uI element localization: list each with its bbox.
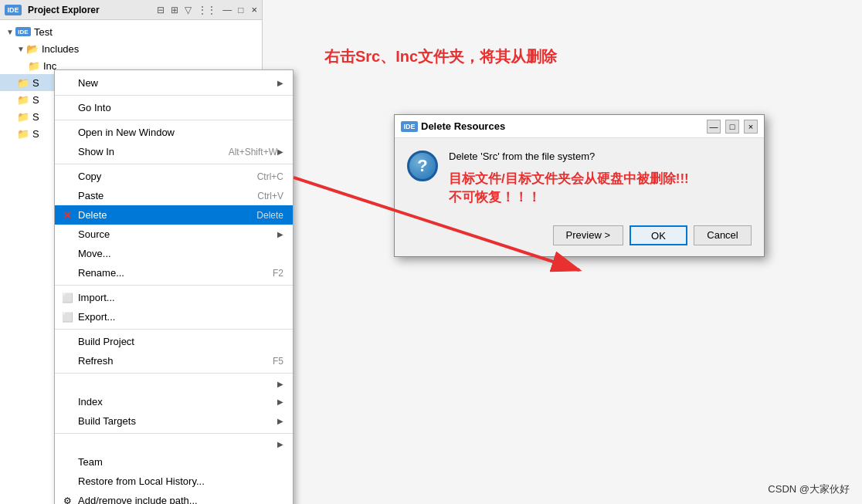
menu-label-add-remove-include: Restore from Local History... xyxy=(78,475,283,487)
menu-item-move[interactable]: Move... xyxy=(55,244,293,263)
explorer-title: Project Explorer xyxy=(28,5,152,15)
menu-label-go-into: Go Into xyxy=(78,102,283,113)
submenu-arrow-index: ▶ xyxy=(277,380,283,388)
minimize-icon[interactable]: — xyxy=(221,4,233,16)
menu-separator-6 xyxy=(55,373,293,374)
tree-item-test[interactable]: ▼ IDE Test xyxy=(0,23,262,40)
menu-shortcut-paste: Ctrl+V xyxy=(257,191,283,201)
menu-item-resource-config[interactable]: Build Targets ▶ xyxy=(55,411,293,431)
dialog-titlebar: IDE Delete Resources — □ × xyxy=(395,115,764,138)
menu-item-go-into[interactable]: Go Into xyxy=(55,98,293,117)
menu-label-paste: Paste xyxy=(78,190,242,201)
maximize-icon[interactable]: □ xyxy=(236,4,245,16)
menu-shortcut-show-in: Alt+Shift+W xyxy=(229,147,277,157)
filter-icon[interactable]: ⊞ xyxy=(169,4,180,16)
menu-item-build-targets[interactable]: Index ▶ xyxy=(55,392,293,411)
menu-separator-5 xyxy=(55,329,293,330)
menu-label-open-new-window: Open in New Window xyxy=(78,127,283,138)
cancel-button[interactable]: Cancel xyxy=(694,225,752,245)
import-icon: ⬜ xyxy=(61,292,73,304)
ide-project-icon: IDE xyxy=(15,27,31,36)
dialog-window-controls: — □ × xyxy=(707,120,758,134)
menu-label-show-in: Show In xyxy=(78,146,213,157)
menu-label-import: Import... xyxy=(78,292,283,303)
menu-item-restore-history[interactable]: Team xyxy=(55,452,293,472)
analysis-icon: ⚙ xyxy=(61,495,73,505)
menu-label-export: Export... xyxy=(78,311,283,323)
menu-item-refresh[interactable]: Refresh F5 xyxy=(55,351,293,370)
tree-label-s3: S xyxy=(32,128,39,140)
explorer-titlebar: IDE Project Explorer ⊟ ⊞ ▽ ⋮⋮ — □ × xyxy=(0,0,262,20)
menu-separator-4 xyxy=(55,285,293,286)
menu-separator-1 xyxy=(55,95,293,96)
folder-icon-inc: 📁 xyxy=(28,60,40,72)
warning-line-1: 目标文件/目标文件夹会从硬盘中被删除!!! xyxy=(449,171,689,186)
more-icon[interactable]: ⋮⋮ xyxy=(196,4,218,16)
menu-item-run-analysis[interactable]: ⚙ Add/remove include path... xyxy=(55,491,293,504)
menu-item-rename[interactable]: Rename... F2 xyxy=(55,263,293,282)
explorer-close-button[interactable]: × xyxy=(251,4,257,15)
menu-item-export[interactable]: ⬜ Export... xyxy=(55,307,293,326)
menu-label-new: New xyxy=(78,77,277,89)
tree-label-src: S xyxy=(32,77,39,89)
ide-logo: IDE xyxy=(5,5,22,15)
context-menu: New ▶ Go Into Open in New Window Show In… xyxy=(54,69,294,504)
dialog-body: ? Delete 'Src' from the file system? 目标文… xyxy=(395,138,764,219)
tree-arrow-test: ▼ xyxy=(6,28,14,36)
dialog-maximize-button[interactable]: □ xyxy=(725,120,739,134)
dialog-close-button[interactable]: × xyxy=(744,120,758,134)
tree-label-includes: Includes xyxy=(42,43,79,55)
tree-item-includes[interactable]: ▼ 📂 Includes xyxy=(0,40,262,57)
warning-line-2: 不可恢复！！！ xyxy=(449,190,541,205)
menu-separator-7 xyxy=(55,433,293,434)
menu-label-build-targets: Index xyxy=(78,396,277,408)
folder-icon-s3: 📁 xyxy=(17,128,29,140)
preview-button[interactable]: Preview > xyxy=(553,225,623,245)
explorer-toolbar: ⊟ ⊞ ▽ ⋮⋮ — □ xyxy=(155,4,245,16)
menu-shortcut-delete: Delete xyxy=(256,210,283,221)
submenu-arrow-resource-config: ▶ xyxy=(277,417,283,425)
menu-item-new[interactable]: New ▶ xyxy=(55,73,293,93)
dialog-warning-text: 目标文件/目标文件夹会从硬盘中被删除!!! 不可恢复！！！ xyxy=(449,170,752,207)
dialog-minimize-button[interactable]: — xyxy=(707,120,721,134)
dialog-title: Delete Resources xyxy=(421,120,707,132)
menu-item-delete[interactable]: ✕ Delete Delete xyxy=(55,205,293,225)
menu-icon[interactable]: ▽ xyxy=(183,4,193,16)
ok-button[interactable]: OK xyxy=(630,225,687,245)
dialog-footer: Preview > OK Cancel xyxy=(395,219,764,256)
menu-item-add-remove-include[interactable]: Restore from Local History... xyxy=(55,472,293,491)
dialog-main-message: Delete 'Src' from the file system? xyxy=(449,151,752,162)
menu-item-team[interactable]: ▶ xyxy=(55,436,293,452)
tree-arrow-includes: ▼ xyxy=(17,45,25,53)
menu-separator-3 xyxy=(55,164,293,164)
menu-label-copy: Copy xyxy=(78,171,242,182)
menu-item-paste[interactable]: Paste Ctrl+V xyxy=(55,186,293,205)
dialog-message-area: Delete 'Src' from the file system? 目标文件/… xyxy=(449,151,752,207)
folder-icon-s2: 📁 xyxy=(17,111,29,123)
menu-label-source: Source xyxy=(78,228,277,240)
submenu-arrow-show-in: ▶ xyxy=(277,147,283,156)
folder-icon-s1: 📁 xyxy=(17,94,29,106)
menu-item-show-in[interactable]: Show In Alt+Shift+W ▶ xyxy=(55,142,293,161)
annotation-text: 右击Src、Inc文件夹，将其从删除 xyxy=(324,46,557,67)
folder-icon-includes: 📂 xyxy=(26,43,39,55)
submenu-arrow-source: ▶ xyxy=(277,230,283,238)
menu-item-import[interactable]: ⬜ Import... xyxy=(55,288,293,307)
menu-shortcut-copy: Ctrl+C xyxy=(257,171,283,182)
collapse-icon[interactable]: ⊟ xyxy=(155,4,166,16)
menu-item-build-project[interactable]: Build Project xyxy=(55,332,293,351)
menu-item-source[interactable]: Source ▶ xyxy=(55,225,293,244)
tree-label-s1: S xyxy=(32,94,39,106)
tree-label-s2: S xyxy=(32,111,39,123)
menu-label-build-project: Build Project xyxy=(78,336,283,347)
menu-label-refresh: Refresh xyxy=(78,355,257,367)
menu-item-open-new-window[interactable]: Open in New Window xyxy=(55,123,293,142)
tree-label-test: Test xyxy=(34,26,53,38)
menu-item-copy[interactable]: Copy Ctrl+C xyxy=(55,167,293,186)
delete-icon: ✕ xyxy=(61,209,73,222)
menu-label-rename: Rename... xyxy=(78,267,257,279)
export-icon: ⬜ xyxy=(61,311,73,323)
menu-item-index[interactable]: ▶ xyxy=(55,376,293,392)
menu-label-move: Move... xyxy=(78,248,283,259)
menu-label-restore-history: Team xyxy=(78,456,283,468)
